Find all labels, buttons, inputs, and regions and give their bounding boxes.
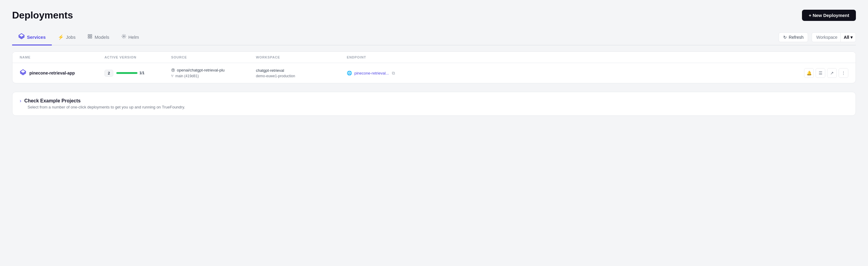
tab-helm-label: Helm xyxy=(128,34,139,40)
name-cell: pinecone-retrieval-app xyxy=(20,69,104,77)
layers-icon xyxy=(18,33,25,41)
tabs-left: Services ⚡ Jobs Models xyxy=(12,29,145,45)
example-projects-section: › Check Example Projects Select from a n… xyxy=(12,92,856,116)
service-type-icon xyxy=(20,69,26,77)
refresh-button[interactable]: ↻ Refresh xyxy=(779,32,808,42)
alert-button[interactable]: 🔔 xyxy=(804,68,814,78)
more-options-button[interactable]: ⋮ xyxy=(839,68,848,78)
progress-bar-wrap: 1/1 xyxy=(116,71,145,75)
globe-icon: 🌐 xyxy=(347,70,352,76)
progress-fill xyxy=(116,72,137,74)
tab-jobs-label: Jobs xyxy=(66,34,76,40)
version-badge: 2 xyxy=(104,70,113,77)
workspace-cell: chatgpt-retrieval demo-euwe1-production xyxy=(256,68,347,78)
copy-endpoint-button[interactable]: ⧉ xyxy=(391,70,396,76)
github-icon: ⦿ xyxy=(171,68,175,72)
col-header-version: ACTIVE VERSION xyxy=(104,55,171,59)
tabs-bar: Services ⚡ Jobs Models xyxy=(12,29,856,46)
workspace-main: chatgpt-retrieval xyxy=(256,68,347,73)
version-cell: 2 1/1 xyxy=(104,70,171,77)
tab-models[interactable]: Models xyxy=(82,30,115,45)
svg-rect-4 xyxy=(91,37,92,38)
page-title: Deployments xyxy=(12,10,73,21)
chevron-down-icon: ▾ xyxy=(850,35,852,40)
example-projects-subtitle: Select from a number of one-click deploy… xyxy=(28,105,848,109)
row-actions: 🔔 ☰ ↗ ⋮ xyxy=(804,68,848,78)
branch-icon: ⑂ xyxy=(171,73,174,78)
workspace-value[interactable]: All ▾ xyxy=(840,33,856,42)
grid-icon xyxy=(88,34,92,40)
example-projects-title: Check Example Projects xyxy=(24,98,81,104)
svg-point-5 xyxy=(123,36,124,37)
new-deployment-button[interactable]: + New Deployment xyxy=(802,10,856,21)
col-header-source: SOURCE xyxy=(171,55,256,59)
source-branch-text: main (419d81) xyxy=(175,74,199,78)
bolt-icon: ⚡ xyxy=(58,34,64,40)
logs-button[interactable]: ☰ xyxy=(816,68,825,78)
progress-bar xyxy=(116,72,137,74)
workspace-value-text: All xyxy=(844,35,849,40)
table-row: pinecone-retrieval-app 2 1/1 ⦿ openai/ch… xyxy=(12,63,856,83)
tab-services[interactable]: Services xyxy=(12,29,52,46)
chevron-right-icon: › xyxy=(20,98,21,104)
deployments-table: NAME ACTIVE VERSION SOURCE WORKSPACE END… xyxy=(12,52,856,83)
endpoint-link[interactable]: pinecone-retrieval... xyxy=(354,71,389,76)
source-repo: ⦿ openai/chatgpt-retrieval-plu xyxy=(171,68,256,72)
metrics-button[interactable]: ↗ xyxy=(827,68,837,78)
svg-rect-3 xyxy=(88,37,90,38)
refresh-icon: ↻ xyxy=(783,35,787,40)
helm-icon xyxy=(121,34,126,40)
col-header-endpoint: ENDPOINT xyxy=(347,55,848,59)
workspace-selector[interactable]: Workspace All ▾ xyxy=(812,32,856,42)
progress-text: 1/1 xyxy=(139,71,145,75)
table-header: NAME ACTIVE VERSION SOURCE WORKSPACE END… xyxy=(12,52,856,63)
col-header-name: NAME xyxy=(20,55,104,59)
source-repo-text: openai/chatgpt-retrieval-plu xyxy=(177,68,225,72)
workspace-sub: demo-euwe1-production xyxy=(256,74,347,78)
tab-models-label: Models xyxy=(94,34,109,40)
service-name[interactable]: pinecone-retrieval-app xyxy=(29,70,75,76)
example-projects-toggle[interactable]: › Check Example Projects xyxy=(20,98,848,104)
workspace-label: Workspace xyxy=(812,33,840,42)
col-header-workspace: WORKSPACE xyxy=(256,55,347,59)
tab-helm[interactable]: Helm xyxy=(115,30,145,45)
source-cell: ⦿ openai/chatgpt-retrieval-plu ⑂ main (4… xyxy=(171,68,256,78)
refresh-label: Refresh xyxy=(789,35,804,40)
svg-rect-1 xyxy=(88,34,90,36)
endpoint-cell: 🌐 pinecone-retrieval... ⧉ xyxy=(347,70,396,76)
tabs-right: ↻ Refresh Workspace All ▾ xyxy=(779,32,856,42)
endpoint-actions-cell: 🌐 pinecone-retrieval... ⧉ 🔔 ☰ ↗ ⋮ xyxy=(347,68,848,78)
svg-rect-2 xyxy=(91,34,92,36)
tab-services-label: Services xyxy=(27,34,46,40)
source-branch: ⑂ main (419d81) xyxy=(171,73,256,78)
tab-jobs[interactable]: ⚡ Jobs xyxy=(52,31,82,45)
